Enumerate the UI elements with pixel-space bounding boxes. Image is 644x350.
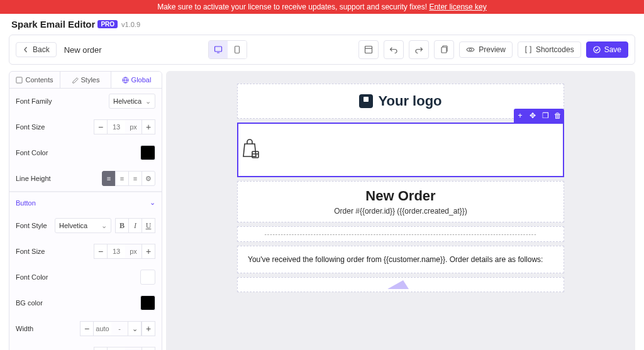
btn-bg-swatch[interactable]	[140, 295, 155, 310]
email-heading-block[interactable]: New Order Order #{{order.id}} ({{order.c…	[237, 181, 564, 222]
btn-font-size-decrement[interactable]: −	[94, 244, 108, 259]
layout-button[interactable]	[358, 40, 379, 59]
banner-text: Make sure to activate your license to re…	[157, 3, 429, 11]
font-family-select[interactable]: Helvetica ⌄	[109, 94, 155, 109]
line-height-settings[interactable]: ⚙	[142, 171, 155, 186]
line-height-opt-3[interactable]: ≡	[128, 171, 142, 186]
shortcode-icon	[525, 46, 532, 53]
mobile-preview-button[interactable]	[228, 41, 247, 58]
font-size-input[interactable]	[108, 119, 125, 134]
btn-width-input[interactable]	[94, 321, 111, 336]
chevron-left-icon	[23, 46, 29, 53]
app-version: v1.0.9	[121, 21, 140, 28]
font-size-decrement[interactable]: −	[94, 119, 108, 134]
svg-point-5	[594, 46, 600, 53]
email-selected-block[interactable]: + ✥ ❐ 🗑	[237, 123, 564, 177]
font-size-label: Font Size	[16, 123, 45, 131]
decorative-shape	[387, 280, 414, 289]
btn-width-unit: -	[111, 321, 128, 336]
shortcodes-button[interactable]: Shortcodes	[518, 41, 581, 58]
btn-round-increment[interactable]: +	[142, 347, 155, 350]
line-height-opt-1[interactable]: ≡	[102, 171, 116, 186]
shopping-bag-icon	[238, 138, 264, 160]
btn-font-style-label: Font Style	[16, 222, 47, 229]
section-button-label: Button	[16, 199, 36, 207]
btn-bg-label: BG color	[16, 299, 43, 307]
preview-label: Preview	[479, 45, 506, 54]
enter-license-link[interactable]: Enter license key	[429, 3, 486, 11]
redo-button[interactable]	[409, 40, 429, 59]
tab-contents-label: Contents	[25, 76, 53, 84]
copy-icon	[440, 45, 448, 54]
app-header: Spark Email Editor PRO v1.0.9	[0, 14, 644, 35]
font-color-label: Font Color	[16, 149, 48, 156]
btn-width-increment[interactable]: +	[142, 321, 155, 336]
italic-button[interactable]: I	[128, 218, 142, 233]
pro-badge: PRO	[97, 20, 118, 28]
btn-font-color-swatch[interactable]	[140, 270, 155, 285]
btn-round-input[interactable]	[108, 347, 125, 350]
btn-width-decrement[interactable]: −	[80, 321, 94, 336]
btn-font-family-select[interactable]: Helvetica ⌄	[55, 218, 111, 233]
email-body-block[interactable]: You've received the following order from…	[237, 246, 564, 273]
order-subheading: Order #{{order.id}} ({{order.created_at}…	[238, 207, 564, 216]
bold-button[interactable]: B	[115, 218, 129, 233]
tab-contents[interactable]: Contents	[9, 72, 60, 88]
row-btn-bg-color: BG color	[9, 290, 162, 315]
btn-font-size-increment[interactable]: +	[142, 244, 155, 259]
mobile-icon	[234, 45, 240, 54]
font-color-swatch[interactable]	[140, 145, 155, 160]
undo-icon	[389, 45, 398, 54]
check-circle-icon	[593, 46, 601, 53]
copy-button[interactable]	[434, 40, 454, 59]
topbar: Back New order	[9, 35, 635, 65]
email-divider-block[interactable]: ----------------------------------------…	[237, 226, 564, 242]
back-button[interactable]: Back	[16, 42, 57, 57]
email-canvas[interactable]: Your logo + ✥ ❐ 🗑	[166, 71, 635, 350]
undo-button[interactable]	[384, 40, 404, 59]
save-label: Save	[604, 45, 621, 54]
tab-global[interactable]: Global	[111, 72, 162, 88]
block-move-button[interactable]: ✥	[526, 109, 539, 123]
section-button[interactable]: Button ⌄	[9, 192, 162, 213]
line-height-opt-2[interactable]: ≡	[115, 171, 129, 186]
email-footer-block[interactable]	[237, 277, 564, 292]
preview-button[interactable]: Preview	[459, 41, 513, 58]
btn-text-style-group: B I U	[115, 218, 155, 233]
tab-styles-label: Styles	[81, 76, 100, 84]
font-family-value: Helvetica	[113, 97, 142, 105]
underline-button[interactable]: U	[142, 218, 155, 233]
chevron-down-icon: ⌄	[101, 222, 107, 230]
btn-font-family-value: Helvetica	[59, 222, 87, 229]
row-font-family: Font Family Helvetica ⌄	[9, 89, 162, 114]
body-text: You've received the following order from…	[248, 255, 543, 264]
btn-font-color-label: Font Color	[16, 273, 48, 281]
svg-rect-6	[16, 77, 22, 82]
font-size-unit: px	[125, 119, 142, 134]
btn-width-unit-select[interactable]: ⌄	[128, 321, 142, 336]
btn-round-decrement[interactable]: −	[94, 347, 108, 350]
row-font-color: Font Color	[9, 139, 162, 165]
global-panel[interactable]: Font Family Helvetica ⌄ Font Size − px +…	[9, 89, 162, 350]
svg-rect-0	[214, 46, 221, 52]
chevron-down-icon: ⌄	[150, 199, 155, 207]
tab-styles[interactable]: Styles	[60, 72, 111, 88]
desktop-icon	[214, 45, 223, 54]
sidebar: Contents Styles Global Font Family Helve…	[9, 71, 162, 350]
font-size-increment[interactable]: +	[142, 119, 155, 134]
contents-icon	[16, 77, 23, 84]
block-delete-button[interactable]: 🗑	[552, 109, 564, 123]
btn-round-unit: px	[125, 347, 142, 350]
sidebar-tabs: Contents Styles Global	[9, 72, 162, 89]
svg-rect-2	[365, 46, 372, 53]
block-add-button[interactable]: +	[514, 109, 526, 123]
save-button[interactable]: Save	[586, 41, 628, 58]
font-size-stepper: − px +	[94, 119, 155, 134]
logo-mark-icon	[359, 94, 373, 108]
desktop-preview-button[interactable]	[209, 41, 228, 58]
btn-font-size-input[interactable]	[108, 244, 125, 259]
row-line-height: Line Height ≡ ≡ ≡ ⚙	[9, 165, 162, 191]
page-title: New order	[64, 45, 102, 55]
row-btn-font-color: Font Color	[9, 264, 162, 290]
block-copy-button[interactable]: ❐	[539, 109, 552, 123]
